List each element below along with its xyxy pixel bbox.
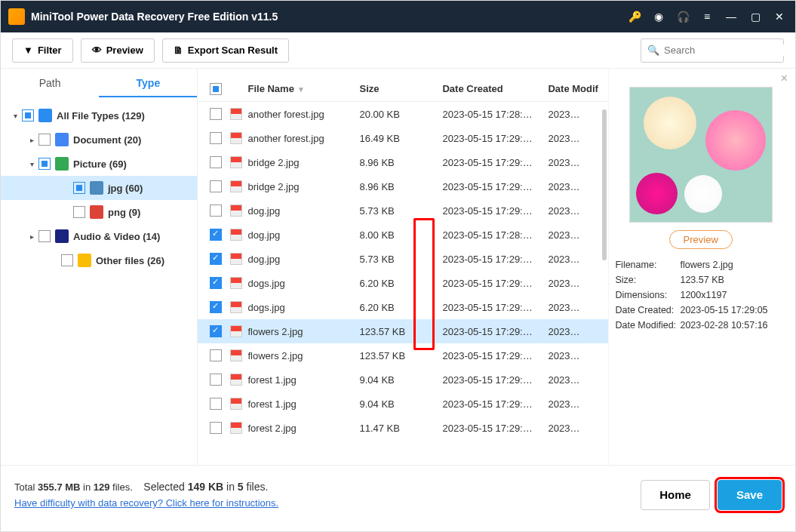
row-checkbox[interactable] [210, 229, 222, 241]
file-icon [230, 301, 242, 313]
row-checkbox[interactable] [210, 422, 222, 434]
file-row[interactable]: another forest.jpg20.00 KB2023-05-15 17:… [198, 102, 608, 126]
row-checkbox[interactable] [210, 108, 222, 120]
tree-checkbox[interactable] [38, 230, 51, 242]
tree-checkbox[interactable] [38, 158, 51, 170]
tree-item-av[interactable]: ▸Audio & Video (14) [1, 224, 197, 248]
cell-modified: 2023… [548, 205, 601, 217]
file-row[interactable]: flowers 2.jpg123.57 KB2023-05-15 17:29:…… [198, 319, 608, 343]
file-row[interactable]: forest 2.jpg11.47 KB2023-05-15 17:29:…20… [198, 416, 608, 440]
filter-icon: ▼ [23, 45, 33, 56]
file-row[interactable]: forest 1.jpg9.04 KB2023-05-15 17:29:…202… [198, 367, 608, 392]
tab-path[interactable]: Path [1, 69, 99, 97]
key-icon[interactable]: 🔑 [626, 11, 643, 23]
file-icon [230, 204, 242, 217]
meta-modified-label: Date Modified: [615, 320, 680, 331]
file-row[interactable]: dogs.jpg6.20 KB2023-05-15 17:29:…2023… [198, 295, 608, 319]
headset-icon[interactable]: 🎧 [675, 11, 691, 23]
preview-close-icon[interactable]: × [781, 72, 788, 85]
tree-checkbox[interactable] [61, 254, 73, 266]
folder-type-icon [38, 109, 52, 122]
scrollbar-thumb[interactable] [602, 109, 607, 260]
file-row[interactable]: dog.jpg5.73 KB2023-05-15 17:29:…2023… [198, 198, 608, 223]
file-row[interactable]: flowers 2.jpg123.57 KB2023-05-15 17:29:…… [198, 343, 608, 367]
col-header-size[interactable]: Size [359, 83, 442, 94]
maximize-icon[interactable]: ▢ [747, 11, 764, 23]
row-checkbox[interactable] [210, 132, 222, 144]
save-button[interactable]: Save [718, 480, 782, 510]
row-checkbox[interactable] [210, 349, 222, 361]
tree-label: Document (20) [73, 134, 141, 146]
cell-name: dog.jpg [246, 229, 359, 241]
preview-button[interactable]: 👁Preview [81, 38, 155, 63]
footer: Total 355.7 MB in 129 files. Selected 14… [1, 465, 795, 524]
tab-type[interactable]: Type [99, 69, 197, 97]
tree-item-doc[interactable]: ▸Document (20) [1, 128, 197, 152]
cell-modified: 2023… [548, 423, 601, 434]
tree-label: jpg (60) [108, 183, 143, 194]
preview-open-button[interactable]: Preview [669, 230, 733, 249]
file-row[interactable]: dogs.jpg6.20 KB2023-05-15 17:29:…2023… [198, 271, 608, 295]
search-input[interactable] [664, 45, 791, 56]
export-button[interactable]: 🗎Export Scan Result [162, 38, 289, 63]
cell-created: 2023-05-15 17:28:… [442, 229, 548, 241]
row-checkbox[interactable] [210, 277, 222, 289]
tree-checkbox[interactable] [73, 182, 85, 194]
file-list-body[interactable]: another forest.jpg20.00 KB2023-05-15 17:… [198, 102, 608, 465]
col-header-name[interactable]: File Name▼ [246, 83, 359, 94]
tree-checkbox[interactable] [38, 134, 51, 146]
file-row[interactable]: another forest.jpg16.49 KB2023-05-15 17:… [198, 126, 608, 150]
help-link[interactable]: Have difficulty with data recovery? Clic… [14, 497, 278, 509]
minimize-icon[interactable]: — [723, 11, 739, 23]
sidebar-tabs: Path Type [1, 69, 197, 97]
cell-modified: 2023… [548, 133, 601, 144]
file-row[interactable]: forest 1.jpg9.04 KB2023-05-15 17:29:…202… [198, 392, 608, 416]
cell-modified: 2023… [548, 302, 601, 313]
tree-item-pic[interactable]: ▾Picture (69) [1, 152, 197, 176]
file-row[interactable]: bridge 2.jpg8.96 KB2023-05-15 17:29:…202… [198, 174, 608, 198]
cell-modified: 2023… [548, 229, 601, 241]
file-row[interactable]: dog.jpg8.00 KB2023-05-15 17:28:…2023… [198, 223, 608, 247]
row-checkbox[interactable] [210, 253, 222, 265]
filter-button[interactable]: ▼Filter [12, 38, 73, 63]
row-checkbox[interactable] [210, 204, 222, 217]
file-icon [230, 132, 242, 144]
row-checkbox[interactable] [210, 374, 222, 386]
row-checkbox[interactable] [210, 398, 222, 410]
file-icon [230, 422, 242, 434]
tree-item-other[interactable]: Other files (26) [1, 248, 197, 272]
file-row[interactable]: bridge 2.jpg8.96 KB2023-05-15 17:29:…202… [198, 150, 608, 174]
export-label: Export Scan Result [188, 45, 278, 56]
row-checkbox[interactable] [210, 325, 222, 337]
tree-item-all[interactable]: ▾All File Types (129) [1, 103, 197, 128]
header-checkbox[interactable] [210, 83, 222, 95]
home-button[interactable]: Home [641, 480, 710, 510]
file-row[interactable]: dog.jpg5.73 KB2023-05-15 17:29:…2023… [198, 247, 608, 271]
cell-size: 5.73 KB [359, 205, 442, 217]
tree-label: Audio & Video (14) [73, 231, 160, 242]
cell-created: 2023-05-15 17:29:… [442, 157, 548, 168]
meta-size-value: 123.57 KB [680, 275, 786, 285]
tree-checkbox[interactable] [22, 109, 34, 121]
toolbar: ▼Filter 👁Preview 🗎Export Scan Result 🔍 [1, 32, 795, 69]
file-icon [230, 398, 242, 410]
row-checkbox[interactable] [210, 301, 222, 313]
menu-icon[interactable]: ≡ [699, 11, 715, 23]
close-icon[interactable]: ✕ [771, 11, 788, 23]
meta-dimensions-value: 1200x1197 [680, 290, 786, 300]
search-box[interactable]: 🔍 [641, 38, 784, 63]
col-header-modified[interactable]: Date Modif [548, 83, 601, 94]
tree-checkbox[interactable] [73, 206, 85, 218]
sort-icon: ▼ [297, 85, 305, 94]
disc-icon[interactable]: ◉ [650, 11, 667, 23]
file-type-tree[interactable]: ▾All File Types (129)▸Document (20)▾Pict… [1, 97, 197, 465]
cell-created: 2023-05-15 17:28:… [442, 109, 548, 120]
tree-item-png[interactable]: png (9) [1, 200, 197, 224]
tree-item-jpg[interactable]: jpg (60) [1, 176, 197, 200]
cell-size: 8.96 KB [359, 157, 442, 168]
row-checkbox[interactable] [210, 180, 222, 192]
cell-size: 20.00 KB [359, 109, 442, 120]
row-checkbox[interactable] [210, 156, 222, 168]
chevron-icon: ▸ [26, 232, 37, 241]
col-header-created[interactable]: Date Created [442, 83, 548, 94]
